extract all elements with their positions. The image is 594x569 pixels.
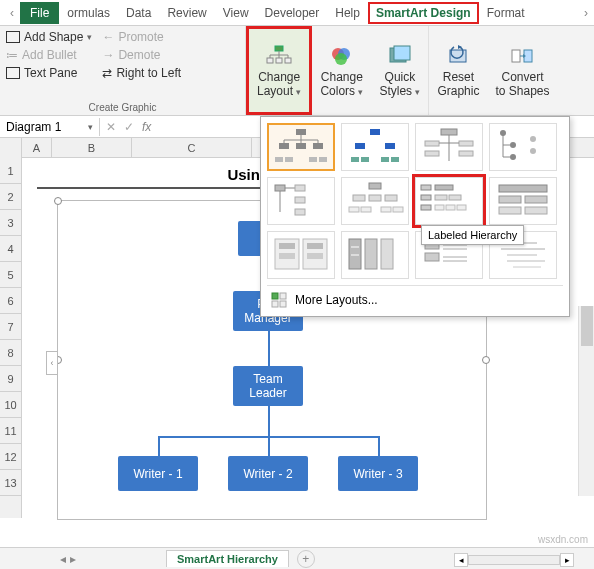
horizontal-scrollbar[interactable]: ◂▸ [454, 553, 574, 567]
text-pane-button[interactable]: Text Pane [6, 66, 92, 80]
more-layouts-button[interactable]: More Layouts... [267, 285, 563, 310]
vertical-scrollbar[interactable] [578, 306, 594, 496]
node-tl[interactable]: Team Leader [233, 366, 303, 406]
change-colors-button[interactable]: ChangeColors ▾ [312, 26, 371, 115]
tab-file[interactable]: File [20, 2, 59, 24]
layout-option-7[interactable] [489, 177, 557, 225]
connector [268, 406, 270, 436]
svg-rect-37 [381, 157, 389, 162]
handle-tl[interactable] [54, 197, 62, 205]
change-layout-icon [265, 44, 293, 68]
svg-rect-84 [279, 243, 295, 249]
svg-rect-57 [295, 185, 305, 191]
svg-point-50 [530, 136, 536, 142]
svg-rect-77 [457, 205, 466, 210]
row-6[interactable]: 6 [0, 288, 21, 314]
svg-rect-25 [309, 157, 317, 162]
enter-icon: ✓ [124, 120, 134, 134]
name-box[interactable]: Diagram 1▾ [0, 118, 100, 136]
tab-view[interactable]: View [215, 2, 257, 24]
layout-option-3[interactable] [489, 123, 557, 171]
convert-icon [508, 44, 536, 68]
svg-rect-32 [370, 129, 380, 135]
svg-rect-2 [276, 58, 282, 63]
node-w1[interactable]: Writer - 1 [118, 456, 198, 491]
svg-rect-69 [421, 185, 431, 190]
node-w3[interactable]: Writer - 3 [338, 456, 418, 491]
handle-mr[interactable] [482, 356, 490, 364]
textpane-icon [6, 67, 20, 79]
row-11[interactable]: 11 [0, 418, 21, 444]
svg-rect-91 [381, 239, 393, 269]
row-10[interactable]: 10 [0, 392, 21, 418]
change-layout-button[interactable]: ChangeLayout ▾ [246, 26, 312, 115]
tab-data[interactable]: Data [118, 2, 159, 24]
svg-rect-62 [353, 195, 365, 201]
tab-smartart-design[interactable]: SmartArt Design [368, 2, 479, 24]
row-1[interactable]: 1 [0, 158, 21, 184]
svg-rect-105 [272, 293, 278, 299]
add-shape-button[interactable]: Add Shape ▾ [6, 30, 92, 44]
svg-rect-22 [313, 143, 323, 149]
convert-to-shapes-button[interactable]: Convertto Shapes [487, 26, 557, 115]
sheet-tab-active[interactable]: SmartArt Hierarchy [166, 550, 289, 567]
layout-option-5[interactable] [341, 177, 409, 225]
tab-format[interactable]: Format [479, 2, 533, 24]
add-sheet-button[interactable]: + [297, 550, 315, 568]
tab-review[interactable]: Review [159, 2, 214, 24]
more-layouts-icon [271, 292, 287, 308]
svg-rect-61 [369, 183, 381, 189]
svg-rect-63 [369, 195, 381, 201]
col-A[interactable]: A [22, 138, 52, 157]
svg-rect-19 [296, 129, 306, 135]
svg-rect-64 [385, 195, 397, 201]
svg-rect-21 [296, 143, 306, 149]
svg-rect-79 [499, 196, 521, 203]
svg-rect-41 [459, 141, 473, 146]
change-layout-dropdown: Labeled Hierarchy More Layouts... [260, 116, 570, 317]
quick-styles-button[interactable]: QuickStyles ▾ [371, 26, 428, 115]
layout-option-6[interactable] [415, 177, 483, 225]
sheet-nav-left[interactable]: ◂ [60, 552, 66, 566]
svg-rect-88 [307, 253, 323, 259]
layout-option-8[interactable] [267, 231, 335, 279]
row-4[interactable]: 4 [0, 236, 21, 262]
layout-option-0[interactable] [267, 123, 335, 171]
row-7[interactable]: 7 [0, 314, 21, 340]
tab-scroll-left[interactable]: ‹ [4, 6, 20, 20]
svg-rect-78 [499, 185, 547, 192]
col-B[interactable]: B [52, 138, 132, 157]
row-8[interactable]: 8 [0, 340, 21, 366]
svg-rect-89 [349, 239, 361, 269]
reset-graphic-button[interactable]: ResetGraphic [429, 26, 487, 115]
right-to-left-button[interactable]: ⇄Right to Left [102, 66, 181, 80]
scroll-thumb[interactable] [581, 306, 593, 346]
layout-option-4[interactable] [267, 177, 335, 225]
change-colors-icon [328, 44, 356, 68]
layout-option-2[interactable] [415, 123, 483, 171]
tab-help[interactable]: Help [327, 2, 368, 24]
row-3[interactable]: 3 [0, 210, 21, 236]
row-9[interactable]: 9 [0, 366, 21, 392]
connector [268, 331, 270, 366]
status-bar: ◂ ▸ SmartArt Hierarchy + ◂▸ [0, 547, 594, 569]
svg-rect-1 [267, 58, 273, 63]
tab-developer[interactable]: Developer [257, 2, 328, 24]
fx-icon[interactable]: fx [142, 120, 151, 134]
rtl-icon: ⇄ [102, 66, 112, 80]
node-w2[interactable]: Writer - 2 [228, 456, 308, 491]
layout-option-9[interactable] [341, 231, 409, 279]
row-13[interactable]: 13 [0, 470, 21, 496]
row-2[interactable]: 2 [0, 184, 21, 210]
layout-option-1[interactable] [341, 123, 409, 171]
ribbon-tabs: ‹ File ormulas Data Review View Develope… [0, 0, 594, 26]
svg-rect-43 [459, 151, 473, 156]
row-12[interactable]: 12 [0, 444, 21, 470]
tab-formulas[interactable]: ormulas [59, 2, 118, 24]
col-C[interactable]: C [132, 138, 252, 157]
tab-scroll-right[interactable]: › [578, 6, 594, 20]
row-5[interactable]: 5 [0, 262, 21, 288]
svg-point-49 [510, 154, 516, 160]
text-pane-toggle[interactable]: ‹ [46, 351, 58, 375]
sheet-nav-right[interactable]: ▸ [70, 552, 76, 566]
